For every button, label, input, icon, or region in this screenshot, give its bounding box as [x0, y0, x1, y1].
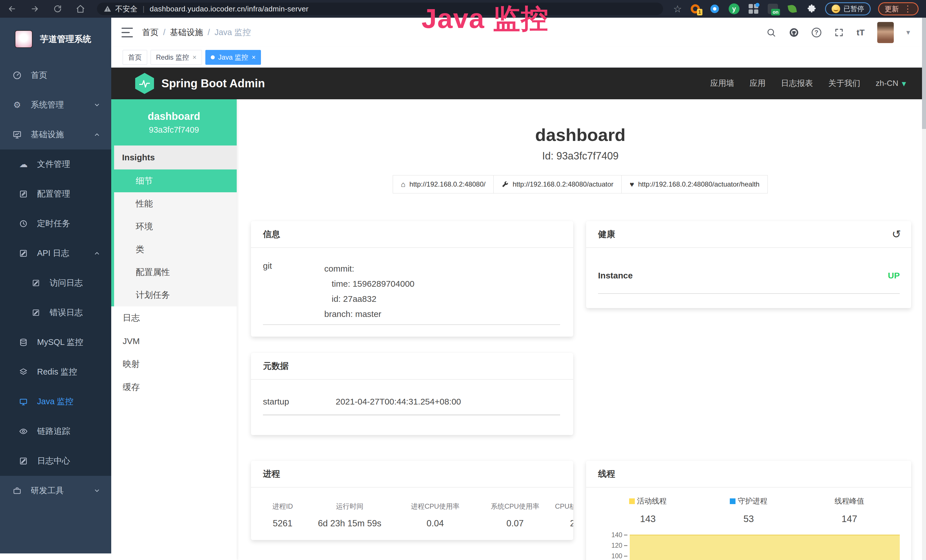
sba-brand[interactable]: Spring Boot Admin: [162, 77, 265, 90]
sidebar-item-redis-monitor[interactable]: Redis 监控: [0, 357, 111, 387]
sba-menu-scheduled-tasks[interactable]: 计划任务: [114, 283, 237, 306]
sidebar-item-api-log[interactable]: API 日志: [0, 239, 111, 268]
sba-language-select[interactable]: zh-CN ▾: [876, 79, 906, 88]
sba-menu-logs[interactable]: 日志: [111, 306, 237, 330]
breadcrumb-home[interactable]: 首页: [142, 27, 159, 38]
chevron-down-icon: [94, 487, 100, 494]
log-edit-icon: [31, 278, 41, 288]
sidebar-item-tracing[interactable]: 链路追踪: [0, 416, 111, 446]
help-icon[interactable]: ?: [812, 28, 822, 37]
service-url-chip[interactable]: ⌂ http://192.168.0.2:48080/: [393, 175, 494, 194]
page-scrollbar[interactable]: [922, 18, 926, 560]
monitor-chart-icon: [12, 130, 22, 139]
extension-y-letter: y: [729, 3, 740, 14]
close-icon[interactable]: ×: [251, 53, 256, 61]
user-avatar[interactable]: [877, 22, 894, 43]
breadcrumb-separator: /: [163, 28, 165, 37]
health-url-chip[interactable]: ♥ http://192.168.0.2:48080/actuator/heal…: [622, 175, 768, 194]
search-icon[interactable]: [766, 27, 776, 38]
process-value-pid: 5261: [261, 518, 304, 529]
fullscreen-icon[interactable]: [834, 27, 844, 38]
extension-y-icon[interactable]: y: [728, 3, 740, 15]
emoji-face-icon: [832, 5, 840, 13]
sidebar-item-access-log[interactable]: 访问日志: [0, 268, 111, 298]
sba-menu-metrics[interactable]: 性能: [114, 192, 237, 215]
url-divider: |: [142, 5, 145, 14]
home-icon[interactable]: [76, 4, 85, 14]
sidebar-item-config-manage[interactable]: 配置管理: [0, 179, 111, 209]
sidebar-item-file-manage[interactable]: ☁ 文件管理: [0, 150, 111, 179]
sba-nav-journal[interactable]: 日志报表: [781, 78, 813, 89]
kebab-menu-icon[interactable]: ⋮: [903, 5, 912, 13]
close-icon[interactable]: ×: [192, 53, 197, 61]
extension-leaf-icon[interactable]: [786, 3, 798, 15]
extension-grid-icon[interactable]: [747, 3, 760, 15]
info-card: 信息 git commit: time: 1596289704000 id: 2…: [251, 221, 573, 337]
sba-menu-config-props[interactable]: 配置属性: [114, 261, 237, 283]
sidebar-item-log-center[interactable]: 日志中心: [0, 446, 111, 476]
browser-nav-buttons: [8, 4, 85, 14]
app-logo: [15, 30, 33, 48]
url-text[interactable]: dashboard.yudao.iocoder.cn/infra/admin-s…: [150, 5, 309, 14]
actuator-url-chip[interactable]: http://192.168.0.2:48080/actuator: [493, 175, 622, 194]
hamburger-icon[interactable]: [121, 28, 133, 37]
extension-switch-icon[interactable]: on: [767, 3, 779, 15]
refresh-icon[interactable]: [53, 4, 62, 14]
tab-redis-monitor[interactable]: Redis 监控 ×: [151, 50, 202, 65]
active-dot: [211, 55, 215, 59]
sidebar-item-error-log[interactable]: 错误日志: [0, 298, 111, 327]
sba-menu-environment[interactable]: 环境: [114, 215, 237, 238]
app-sidebar: 芋道管理系统 首页 ⚙ 系统管理 基础设施 ☁ 文件管理: [0, 18, 111, 554]
sidebar-item-dev-tools[interactable]: 研发工具: [0, 476, 111, 506]
breadcrumb-current: Java 监控: [215, 27, 251, 38]
avatar-caret-icon[interactable]: ▾: [906, 28, 910, 37]
scrollbar-thumb[interactable]: [922, 18, 926, 129]
forward-icon[interactable]: [30, 4, 39, 14]
extension-puzzle-icon[interactable]: [806, 3, 818, 15]
home-icon: ⌂: [401, 180, 406, 188]
breadcrumb-infra[interactable]: 基础设施: [170, 27, 203, 38]
extension-orange-icon[interactable]: 1: [689, 3, 701, 15]
text-size-icon[interactable]: tT: [857, 28, 865, 37]
github-icon[interactable]: [789, 27, 799, 38]
sba-menu-caches[interactable]: 缓存: [111, 376, 237, 399]
address-bar[interactable]: 不安全 | dashboard.yudao.iocoder.cn/infra/a…: [97, 3, 663, 15]
sba-nav-wallboard[interactable]: 应用墙: [710, 78, 734, 89]
sba-content: dashboard Id: 93a3fc7f7409 ⌂ http://192.…: [237, 99, 926, 560]
process-header-cpu: 进程CPU使用率: [395, 502, 475, 511]
tab-home[interactable]: 首页: [123, 50, 147, 65]
process-header-cores: CPU核心数: [555, 502, 573, 511]
metadata-key: startup: [263, 397, 336, 407]
threads-card-title: 线程: [598, 468, 615, 480]
sba-logo-icon[interactable]: [135, 73, 154, 94]
sidebar-item-scheduled-jobs[interactable]: 定时任务: [0, 209, 111, 239]
chrome-update-button[interactable]: 更新 ⋮: [878, 2, 918, 15]
sba-header: Spring Boot Admin 应用墙 应用 日志报表 关于我们 zh-CN…: [111, 68, 926, 99]
sba-menu-classes[interactable]: 类: [114, 238, 237, 261]
bookmark-star-icon[interactable]: ☆: [673, 4, 682, 14]
app-title: 芋道管理系统: [40, 33, 91, 45]
history-icon[interactable]: ↺: [892, 229, 901, 240]
profile-paused-chip[interactable]: 已暂停: [825, 2, 871, 15]
security-label[interactable]: 不安全: [115, 4, 138, 14]
tab-java-monitor[interactable]: Java 监控 ×: [205, 50, 261, 65]
sba-nav-applications[interactable]: 应用: [750, 78, 766, 89]
info-card-title: 信息: [263, 229, 280, 240]
layers-icon: [19, 368, 28, 377]
cloud-upload-icon: ☁: [19, 160, 28, 169]
extension-pin-icon[interactable]: [709, 3, 721, 15]
sidebar-item-system[interactable]: ⚙ 系统管理: [0, 90, 111, 120]
sba-menu-details[interactable]: 细节: [114, 170, 237, 192]
sidebar-item-mysql-monitor[interactable]: MySQL 监控: [0, 327, 111, 357]
sba-menu-jvm[interactable]: JVM: [111, 330, 237, 353]
sba-nav-about[interactable]: 关于我们: [828, 78, 860, 89]
sidebar-item-infra[interactable]: 基础设施: [0, 120, 111, 150]
instance-title: dashboard: [251, 125, 910, 145]
chevron-up-icon: [94, 131, 100, 138]
sba-menu-mappings[interactable]: 映射: [111, 353, 237, 376]
process-header-syscpu: 系统CPU使用率: [475, 502, 555, 511]
chart-y-axis: 140 120 100: [598, 534, 627, 560]
back-icon[interactable]: [8, 4, 17, 14]
sidebar-item-home[interactable]: 首页: [0, 61, 111, 90]
sidebar-item-java-monitor[interactable]: Java 监控: [0, 387, 111, 416]
